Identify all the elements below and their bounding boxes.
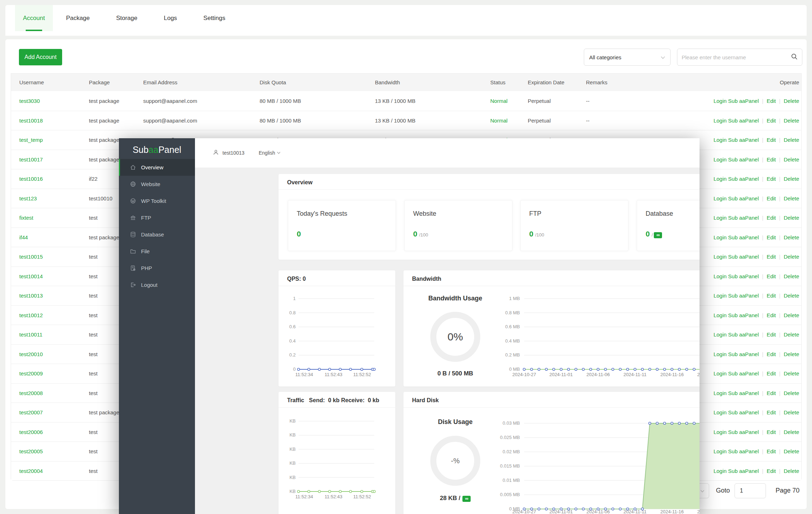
login-sub-aapanel-link[interactable]: Login Sub aaPanel — [713, 195, 759, 201]
username-link[interactable]: test123 — [19, 195, 37, 201]
edit-link[interactable]: Edit — [767, 254, 776, 260]
delete-link[interactable]: Delete — [784, 137, 799, 143]
username-link[interactable]: test10011 — [19, 331, 42, 338]
edit-link[interactable]: Edit — [767, 137, 776, 143]
login-sub-aapanel-link[interactable]: Login Sub aaPanel — [713, 137, 759, 143]
edit-link[interactable]: Edit — [767, 468, 776, 474]
add-account-button[interactable]: Add Account — [19, 49, 62, 65]
sidebar-item-overview[interactable]: Overview — [119, 159, 195, 176]
delete-link[interactable]: Delete — [784, 195, 799, 201]
username-link[interactable]: test10018 — [19, 118, 43, 124]
edit-link[interactable]: Edit — [767, 409, 776, 415]
edit-link[interactable]: Edit — [767, 118, 776, 124]
login-sub-aapanel-link[interactable]: Login Sub aaPanel — [713, 293, 759, 299]
tab-settings[interactable]: Settings — [190, 5, 239, 31]
login-sub-aapanel-link[interactable]: Login Sub aaPanel — [713, 176, 759, 182]
login-sub-aapanel-link[interactable]: Login Sub aaPanel — [713, 468, 759, 474]
username-link[interactable]: test20007 — [19, 409, 43, 415]
edit-link[interactable]: Edit — [767, 331, 776, 338]
edit-link[interactable]: Edit — [767, 195, 776, 201]
delete-link[interactable]: Delete — [784, 448, 799, 454]
username-link[interactable]: test20008 — [19, 390, 43, 396]
login-sub-aapanel-link[interactable]: Login Sub aaPanel — [713, 254, 759, 260]
tab-storage[interactable]: Storage — [103, 5, 151, 31]
tab-package[interactable]: Package — [53, 5, 103, 31]
delete-link[interactable]: Delete — [784, 312, 799, 318]
username-link[interactable]: test20010 — [19, 351, 43, 357]
username-link[interactable]: fixtest — [19, 215, 33, 221]
edit-link[interactable]: Edit — [767, 293, 776, 299]
sidebar-item-database[interactable]: Database — [119, 226, 195, 243]
delete-link[interactable]: Delete — [784, 351, 799, 357]
login-sub-aapanel-link[interactable]: Login Sub aaPanel — [713, 215, 759, 221]
login-sub-aapanel-link[interactable]: Login Sub aaPanel — [713, 370, 759, 376]
username-link[interactable]: test20009 — [19, 370, 43, 376]
username-link[interactable]: test10016 — [19, 176, 43, 182]
language-select[interactable]: English — [259, 150, 281, 156]
delete-link[interactable]: Delete — [784, 468, 799, 474]
delete-link[interactable]: Delete — [784, 370, 799, 376]
login-sub-aapanel-link[interactable]: Login Sub aaPanel — [713, 156, 759, 163]
edit-link[interactable]: Edit — [767, 215, 776, 221]
delete-link[interactable]: Delete — [784, 254, 799, 260]
delete-link[interactable]: Delete — [784, 118, 799, 124]
username-link[interactable]: test10013 — [19, 293, 43, 299]
tab-account[interactable]: Account — [15, 5, 53, 31]
username-link[interactable]: test_temp — [19, 137, 43, 143]
category-filter-select[interactable]: All categories — [584, 49, 671, 66]
goto-page-input[interactable] — [735, 483, 766, 498]
sidebar-item-ftp[interactable]: FTP — [119, 209, 195, 226]
edit-link[interactable]: Edit — [767, 351, 776, 357]
edit-link[interactable]: Edit — [767, 390, 776, 396]
username-link[interactable]: test10014 — [19, 273, 43, 279]
login-sub-aapanel-link[interactable]: Login Sub aaPanel — [713, 390, 759, 396]
username-link[interactable]: if44 — [19, 234, 28, 240]
login-sub-aapanel-link[interactable]: Login Sub aaPanel — [713, 98, 759, 104]
edit-link[interactable]: Edit — [767, 273, 776, 279]
delete-link[interactable]: Delete — [784, 293, 799, 299]
sidebar-item-logout[interactable]: Logout — [119, 276, 195, 293]
sidebar-item-wp-toolkit[interactable]: WP Toolkit — [119, 193, 195, 209]
edit-link[interactable]: Edit — [767, 370, 776, 376]
edit-link[interactable]: Edit — [767, 98, 776, 104]
edit-link[interactable]: Edit — [767, 312, 776, 318]
delete-link[interactable]: Delete — [784, 273, 799, 279]
username-link[interactable]: test3030 — [19, 98, 40, 104]
tab-logs[interactable]: Logs — [151, 5, 190, 31]
delete-link[interactable]: Delete — [784, 215, 799, 221]
username-link[interactable]: test10017 — [19, 156, 43, 163]
delete-link[interactable]: Delete — [784, 390, 799, 396]
delete-link[interactable]: Delete — [784, 156, 799, 163]
username-link[interactable]: test20005 — [19, 448, 43, 454]
edit-link[interactable]: Edit — [767, 176, 776, 182]
sidebar-item-file[interactable]: File — [119, 243, 195, 260]
login-sub-aapanel-link[interactable]: Login Sub aaPanel — [713, 351, 759, 357]
edit-link[interactable]: Edit — [767, 234, 776, 240]
login-sub-aapanel-link[interactable]: Login Sub aaPanel — [713, 409, 759, 415]
edit-link[interactable]: Edit — [767, 448, 776, 454]
login-sub-aapanel-link[interactable]: Login Sub aaPanel — [713, 273, 759, 279]
login-sub-aapanel-link[interactable]: Login Sub aaPanel — [713, 331, 759, 338]
delete-link[interactable]: Delete — [784, 429, 799, 435]
username-link[interactable]: test20004 — [19, 468, 43, 474]
search-icon[interactable] — [791, 53, 798, 61]
sidebar-item-website[interactable]: Website — [119, 176, 195, 193]
delete-link[interactable]: Delete — [784, 409, 799, 415]
sidebar-item-php[interactable]: PHP — [119, 260, 195, 276]
username-link[interactable]: test10012 — [19, 312, 43, 318]
login-sub-aapanel-link[interactable]: Login Sub aaPanel — [713, 448, 759, 454]
login-sub-aapanel-link[interactable]: Login Sub aaPanel — [713, 118, 759, 124]
delete-link[interactable]: Delete — [784, 176, 799, 182]
login-sub-aapanel-link[interactable]: Login Sub aaPanel — [713, 312, 759, 318]
username-link[interactable]: test10015 — [19, 254, 43, 260]
username-link[interactable]: test20006 — [19, 429, 43, 435]
search-input[interactable] — [682, 54, 791, 60]
delete-link[interactable]: Delete — [784, 331, 799, 338]
edit-link[interactable]: Edit — [767, 429, 776, 435]
delete-link[interactable]: Delete — [784, 234, 799, 240]
delete-link[interactable]: Delete — [784, 98, 799, 104]
edit-link[interactable]: Edit — [767, 156, 776, 163]
login-sub-aapanel-link[interactable]: Login Sub aaPanel — [713, 234, 759, 240]
user-menu[interactable]: test10013 — [213, 149, 245, 156]
login-sub-aapanel-link[interactable]: Login Sub aaPanel — [713, 429, 759, 435]
